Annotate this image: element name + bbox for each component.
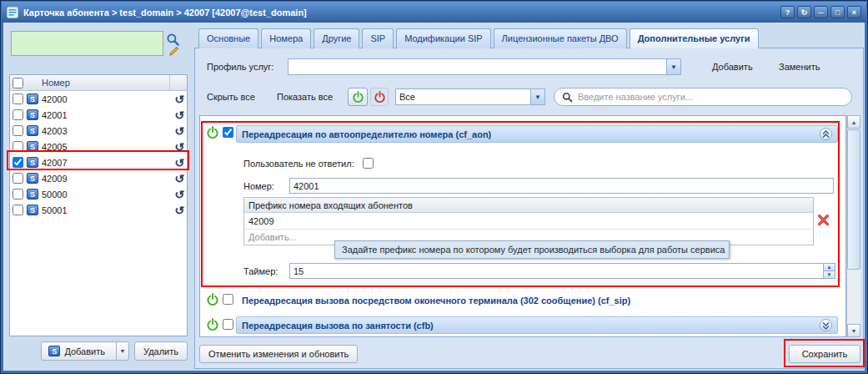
subscriber-number: 42009 [42,174,68,184]
history-icon[interactable]: ↺ [174,189,184,200]
services-list: Переадресация по автоопределителю номера… [199,115,846,337]
close-button[interactable]: × [847,6,861,18]
table-row[interactable]: S 50001 ↺ [10,202,187,218]
no-answer-checkbox[interactable] [363,158,374,169]
tab-main[interactable]: Основные [198,28,258,48]
sip-subscriber-icon: S [27,109,38,120]
add-subscriber-button[interactable]: S Добавить ▼ [41,341,129,361]
power-off-filter-button[interactable] [370,88,389,106]
cancel-and-refresh-button[interactable]: Отменить изменения и обновить [199,345,358,363]
cfb-title: Переадресация вызова по занятости (cfb) [242,321,434,331]
sip-subscriber-icon: S [27,173,38,184]
row-checkbox[interactable] [13,157,23,168]
table-row-selected[interactable]: S 42007 ↺ [10,154,187,170]
minimize-button[interactable]: ─ [814,6,828,18]
delete-subscriber-label: Удалить [143,346,178,356]
select-all-checkbox[interactable] [13,78,23,88]
subscriber-number: 42003 [42,126,68,136]
tab-numbers[interactable]: Номера [261,28,311,48]
cf-sip-checkbox[interactable] [223,294,233,305]
subscriber-card-window: Карточка абонента > test_domain > 42007 … [0,0,868,374]
tab-sip-modifications[interactable]: Модификации SIP [396,28,490,48]
service-profile-combobox[interactable]: ▼ [288,58,681,75]
table-row[interactable]: S 42000 ↺ [10,91,187,107]
spinner-up-icon[interactable]: ▲ [824,264,835,271]
history-icon[interactable]: ↺ [174,157,184,169]
scrollbar-thumb[interactable] [847,129,860,270]
delete-subscriber-button[interactable]: Удалить [134,341,188,361]
table-row[interactable]: S 42009 ↺ [10,170,187,186]
history-icon[interactable]: ↺ [174,109,184,121]
cancel-and-refresh-label: Отменить изменения и обновить [208,349,349,359]
row-checkbox[interactable] [13,109,23,120]
row-checkbox[interactable] [13,141,23,152]
service-filter-combobox[interactable]: ▼ [395,88,545,105]
profile-replace-button[interactable]: Заменить [779,62,820,72]
edit-pencil-icon[interactable] [168,45,180,57]
row-checkbox[interactable] [13,189,23,200]
history-icon[interactable]: ↺ [174,141,184,153]
row-checkbox[interactable] [13,125,23,136]
delete-prefix-icon[interactable] [817,214,830,228]
subscriber-number: 50001 [42,205,68,215]
cf-aon-checkbox[interactable] [223,127,233,138]
power-on-icon[interactable] [205,292,219,306]
show-all-button[interactable]: Показать все [277,92,333,102]
expand-icon[interactable] [820,319,832,331]
row-checkbox[interactable] [13,94,23,104]
hide-all-button[interactable]: Скрыть все [207,92,255,102]
table-row[interactable]: S 42003 ↺ [10,123,187,139]
refresh-button[interactable]: ↻ [797,6,811,18]
power-on-icon[interactable] [205,317,219,331]
services-scrollbar[interactable]: ▲ ▼ [846,115,860,337]
service-filter-value[interactable] [396,89,530,104]
table-row[interactable]: S 50000 ↺ [10,186,187,202]
row-checkbox[interactable] [13,173,23,184]
tab-additional-services[interactable]: Дополнительные услуги [630,28,759,48]
spinner-buttons: ▲ ▼ [823,264,835,278]
cf-sip-title[interactable]: Переадресация вызова посредством оконечн… [242,296,630,306]
save-button[interactable]: Сохранить [789,345,860,363]
profile-add-button[interactable]: Добавить [712,62,753,72]
add-dropdown-arrow-icon[interactable]: ▼ [116,342,128,360]
timer-input[interactable] [290,264,823,278]
table-row[interactable]: S 42001 ↺ [10,107,187,123]
service-profile-input[interactable] [288,59,666,74]
history-icon[interactable]: ↺ [174,205,184,216]
tab-license-packages[interactable]: Лицензионные пакеты ДВО [494,28,627,48]
timer-label: Таймер: [243,266,278,276]
power-on-filter-button[interactable] [348,88,368,106]
tab-bar: Основные Номера Другие SIP Модификации S… [198,28,759,48]
service-search-field[interactable] [554,88,852,106]
collapse-icon[interactable] [820,128,832,140]
tab-other[interactable]: Другие [314,28,359,48]
chevron-down-icon[interactable]: ▼ [666,59,680,74]
history-icon[interactable]: ↺ [174,94,184,105]
table-row[interactable]: S 42005 ↺ [10,139,187,154]
history-icon[interactable]: ↺ [174,173,184,184]
chevron-down-icon[interactable]: ▼ [530,89,544,104]
subscriber-number: 50000 [42,190,68,200]
tab-sip[interactable]: SIP [362,28,394,48]
service-search-input[interactable] [578,92,844,102]
timer-spinner[interactable]: ▲ ▼ [289,263,835,279]
sip-subscriber-icon: S [27,205,38,215]
prefix-row[interactable]: 42009 [244,213,813,230]
cfb-checkbox[interactable] [223,319,233,330]
help-button[interactable]: ? [780,6,795,18]
history-icon[interactable]: ↺ [174,125,184,137]
prefix-table-header: Префикс номера входящих абонентов [244,198,813,213]
cf-aon-header[interactable]: Переадресация по автоопределителю номера… [236,125,838,143]
spinner-down-icon[interactable]: ▼ [824,271,835,278]
cfb-header[interactable]: Переадресация вызова по занятости (cfb) [236,316,838,334]
search-icon [562,92,573,103]
power-on-icon[interactable] [205,125,219,139]
scroll-down-icon[interactable]: ▼ [847,324,860,337]
subscriber-filter-input[interactable] [11,31,163,56]
row-checkbox[interactable] [13,205,23,215]
subscriber-number: 42000 [42,94,68,104]
maximize-button[interactable]: □ [830,6,845,18]
subscriber-table-header: Номер [10,75,187,91]
forward-number-input[interactable] [289,178,834,194]
scroll-up-icon[interactable]: ▲ [847,115,860,129]
